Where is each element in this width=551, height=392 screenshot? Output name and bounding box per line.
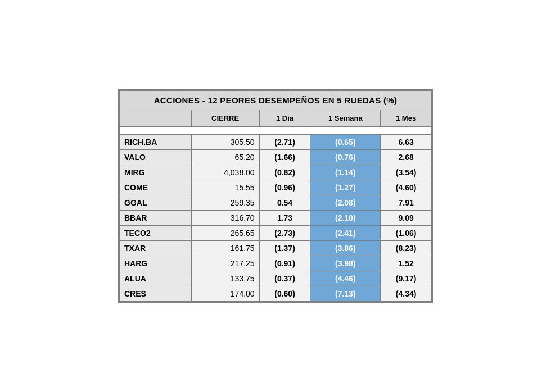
cell-1mes: 6.63 [381,135,432,150]
table-row: VALO65.20(1.66)(0.76)2.68 [120,150,432,165]
table-row: COME15.55(0.96)(1.27)(4.60) [120,180,432,195]
cell-1semana: (2.10) [310,211,381,226]
main-table-wrapper: ACCIONES - 12 PEORES DESEMPEÑOS EN 5 RUE… [118,89,433,303]
cell-1dia: (1.37) [259,241,310,256]
cell-1dia: 1.73 [259,211,310,226]
cell-cierre: 133.75 [191,271,259,286]
header-cierre: CIERRE [191,110,259,127]
cell-1mes: (4.60) [381,180,432,195]
spacer-row [120,127,432,135]
header-semana: 1 Semana [310,110,381,127]
cell-1dia: (2.71) [259,135,310,150]
cell-1mes: 9.09 [381,211,432,226]
cell-1mes: 7.91 [381,195,432,211]
cell-ticker: TXAR [120,241,192,256]
table-row: MIRG4,038.00(0.82)(1.14)(3.54) [120,165,432,180]
header-mes: 1 Mes [381,110,432,127]
cell-cierre: 259.35 [191,195,259,211]
cell-1semana: (7.13) [310,286,381,302]
cell-cierre: 316.70 [191,211,259,226]
cell-cierre: 174.00 [191,286,259,302]
cell-ticker: TECO2 [120,226,192,241]
table-row: GGAL259.350.54(2.08)7.91 [120,195,432,211]
table-row: ALUA133.75(0.37)(4.46)(9.17) [120,271,432,286]
header-row: CIERRE 1 Dia 1 Semana 1 Mes [120,110,432,127]
cell-1dia: (0.37) [259,271,310,286]
cell-ticker: CRES [120,286,192,302]
cell-cierre: 161.75 [191,241,259,256]
cell-1mes: 2.68 [381,150,432,165]
table-row: CRES174.00(0.60)(7.13)(4.34) [120,286,432,302]
cell-1mes: (3.54) [381,165,432,180]
cell-1dia: (2.73) [259,226,310,241]
cell-cierre: 305.50 [191,135,259,150]
cell-ticker: MIRG [120,165,192,180]
cell-1dia: (0.82) [259,165,310,180]
cell-1mes: 1.52 [381,256,432,271]
cell-cierre: 265.65 [191,226,259,241]
cell-ticker: BBAR [120,211,192,226]
table-row: BBAR316.701.73(2.10)9.09 [120,211,432,226]
table-row: TECO2265.65(2.73)(2.41)(1.06) [120,226,432,241]
cell-1semana: (2.08) [310,195,381,211]
cell-ticker: RICH.BA [120,135,192,150]
cell-1mes: (1.06) [381,226,432,241]
table-row: RICH.BA305.50(2.71)(0.65)6.63 [120,135,432,150]
cell-1dia: (1.66) [259,150,310,165]
cell-1dia: (0.91) [259,256,310,271]
cell-1semana: (2.41) [310,226,381,241]
title-row: ACCIONES - 12 PEORES DESEMPEÑOS EN 5 RUE… [120,91,432,110]
cell-1dia: (0.96) [259,180,310,195]
table-row: HARG217.25(0.91)(3.98)1.52 [120,256,432,271]
cell-1dia: 0.54 [259,195,310,211]
cell-1semana: (4.46) [310,271,381,286]
cell-1mes: (8.23) [381,241,432,256]
cell-1semana: (1.14) [310,165,381,180]
cell-ticker: ALUA [120,271,192,286]
table-title: ACCIONES - 12 PEORES DESEMPEÑOS EN 5 RUE… [120,91,432,110]
cell-1dia: (0.60) [259,286,310,302]
cell-cierre: 4,038.00 [191,165,259,180]
table-row: TXAR161.75(1.37)(3.86)(8.23) [120,241,432,256]
cell-ticker: COME [120,180,192,195]
cell-cierre: 15.55 [191,180,259,195]
cell-1mes: (4.34) [381,286,432,302]
cell-1semana: (0.76) [310,150,381,165]
cell-ticker: GGAL [120,195,192,211]
cell-1semana: (3.86) [310,241,381,256]
cell-1semana: (0.65) [310,135,381,150]
header-ticker [120,110,192,127]
cell-1semana: (1.27) [310,180,381,195]
cell-1mes: (9.17) [381,271,432,286]
header-dia: 1 Dia [259,110,310,127]
cell-cierre: 217.25 [191,256,259,271]
cell-ticker: HARG [120,256,192,271]
cell-cierre: 65.20 [191,150,259,165]
acciones-table: ACCIONES - 12 PEORES DESEMPEÑOS EN 5 RUE… [119,90,432,302]
cell-ticker: VALO [120,150,192,165]
cell-1semana: (3.98) [310,256,381,271]
